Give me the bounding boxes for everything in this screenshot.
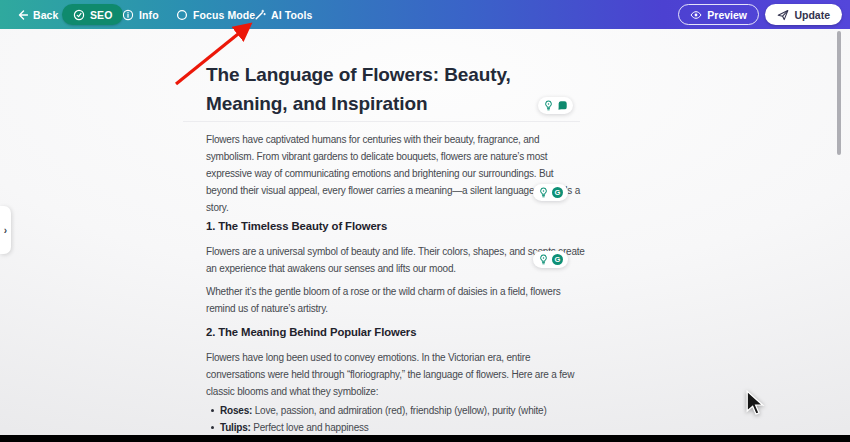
scrollbar-thumb[interactable] [837,31,841,155]
g-badge-icon: G [552,187,563,198]
info-icon [122,9,134,21]
update-button[interactable]: Update [765,4,842,25]
lightbulb-icon [538,254,549,265]
gauge-icon [73,9,85,21]
focus-mode-label: Focus Mode [193,9,255,21]
tab-seo[interactable]: SEO [62,4,123,25]
section1-heading[interactable]: 1. The Timeless Beauty of Flowers [206,218,586,235]
section1-paragraph-2[interactable]: Whether it’s the gentle bloom of a rose … [206,283,586,317]
paragraph-suggestion-pill[interactable]: G [533,184,568,201]
section2-heading[interactable]: 2. The Meaning Behind Popular Flowers [206,324,586,341]
seo-label: SEO [90,9,112,21]
update-label: Update [794,9,830,21]
list-item[interactable]: Roses: Love, passion, and admiration (re… [220,402,586,419]
preview-button[interactable]: Preview [678,4,759,25]
chevron-right-icon: › [4,225,7,236]
sidebar-expand-handle[interactable]: › [0,206,11,254]
mouse-cursor [744,390,766,416]
list-item-text: Love, passion, and admiration (red), fri… [252,405,546,416]
list-item-label: Roses: [220,405,252,416]
section1-paragraph-1[interactable]: Flowers are a universal symbol of beauty… [206,243,586,277]
article-title[interactable]: The Language of Flowers: Beauty, Meaning… [206,60,586,118]
info-label: Info [139,9,159,21]
eye-icon [690,9,702,21]
paper-plane-icon [777,9,789,21]
preview-label: Preview [707,9,747,21]
list-item-label: Tulips: [220,422,251,433]
magic-wand-icon [254,9,266,21]
tab-focus-mode[interactable]: Focus Mode [176,0,255,29]
paragraph-suggestion-pill[interactable]: G [533,251,568,268]
comment-bubble-icon [557,100,568,111]
top-toolbar: Back SEO Info Focus Mode AI Tools Previe… [0,0,850,29]
g-badge-icon: G [552,254,563,265]
editor-screen: Back SEO Info Focus Mode AI Tools Previe… [0,0,850,442]
focus-circle-icon [176,9,188,21]
bottom-letterbox-bar [0,435,850,442]
article-editor: The Language of Flowers: Beauty, Meaning… [206,60,586,442]
list-item-text: Perfect love and happiness [251,422,369,433]
tab-info[interactable]: Info [122,0,159,29]
back-label: Back [33,9,59,21]
ai-tools-label: AI Tools [271,9,312,21]
title-suggestion-pill[interactable] [538,97,573,114]
arrow-left-icon [16,9,28,21]
back-button[interactable]: Back [16,0,59,29]
tab-ai-tools[interactable]: AI Tools [254,0,312,29]
lightbulb-icon [543,100,554,111]
list-item[interactable]: Tulips: Perfect love and happiness [220,419,586,436]
section2-paragraph-1[interactable]: Flowers have long been used to convey em… [206,349,586,400]
lightbulb-icon [538,187,549,198]
article-intro-paragraph[interactable]: Flowers have captivated humans for centu… [206,131,586,216]
